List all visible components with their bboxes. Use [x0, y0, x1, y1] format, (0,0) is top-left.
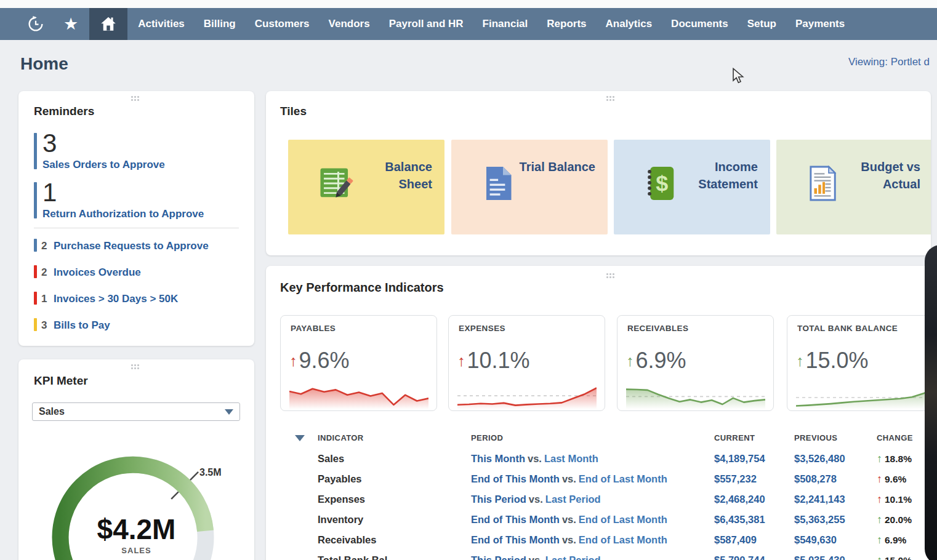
reminders-title: Reminders — [34, 105, 94, 118]
indicator-cell: Sales — [318, 453, 344, 465]
filter-caret-icon[interactable] — [295, 435, 305, 441]
up-arrow-icon: ↑ — [796, 352, 804, 370]
period-link[interactable]: Last Period — [545, 554, 601, 560]
current-value[interactable]: $587,409 — [714, 534, 757, 546]
kpi-card-total-bank-balance[interactable]: TOTAL BANK BALANCE ↑15.0% — [787, 315, 931, 411]
period-link[interactable]: Last Month — [544, 453, 598, 464]
period-cell: End of This Monthvs.End of Last Month — [471, 534, 670, 546]
previous-value[interactable]: $508,278 — [794, 473, 837, 485]
drag-handle-icon[interactable] — [131, 364, 140, 370]
gauge-value: $4.2M — [18, 513, 254, 546]
period-cell: End of This Monthvs.End of Last Month — [471, 473, 670, 485]
col-header-indicator[interactable]: INDICATOR — [318, 433, 364, 442]
kpi-card-receivables[interactable]: RECEIVABLES ↑6.9% — [617, 315, 774, 411]
current-value[interactable]: $6,435,381 — [714, 514, 765, 526]
indicator-cell: Receivables — [318, 534, 376, 546]
drag-handle-icon[interactable] — [606, 96, 616, 102]
col-header-previous[interactable]: PREVIOUS — [794, 433, 837, 442]
drag-handle-icon[interactable] — [606, 273, 616, 279]
reminder-link[interactable]: Return Authorization to Approve — [42, 208, 204, 220]
nav-setup[interactable]: Setup — [747, 18, 776, 30]
reminder-count[interactable]: 3 — [42, 130, 57, 156]
chevron-down-icon — [225, 409, 233, 415]
nav-billing[interactable]: Billing — [204, 18, 236, 30]
favorites-star-icon[interactable]: ★ — [63, 8, 78, 40]
nav-payroll-hr[interactable]: Payroll and HR — [389, 18, 464, 30]
tile-trial-balance[interactable]: Trial Balance — [451, 140, 608, 234]
reminder-link[interactable]: Purchase Requests to Approve — [54, 240, 209, 252]
up-arrow-icon: ↑ — [877, 473, 882, 485]
main-nav: ★ Activities Billing Customers Vendors P… — [0, 8, 937, 40]
period-link[interactable]: This Period — [471, 554, 526, 560]
home-icon[interactable] — [89, 8, 127, 40]
col-header-period[interactable]: PERIOD — [471, 433, 503, 442]
kpi-meter-panel: KPI Meter Sales 3.5M $4.2M SALES — [18, 359, 254, 560]
reminder-color-bar — [34, 133, 37, 169]
gauge-value-label: SALES — [18, 546, 254, 555]
period-vs: vs. — [562, 514, 576, 525]
reminder-color-bar — [34, 182, 37, 218]
period-link[interactable]: End of This Month — [471, 534, 560, 545]
up-arrow-icon: ↑ — [289, 352, 297, 370]
drag-handle-icon[interactable] — [131, 96, 140, 102]
viewing-portlet-link[interactable]: Viewing: Portlet d — [848, 56, 930, 68]
col-header-change[interactable]: CHANGE — [877, 433, 913, 442]
previous-value[interactable]: $5,035,430 — [794, 554, 845, 560]
reminder-link[interactable]: Invoices > 30 Days > 50K — [54, 293, 178, 305]
col-header-current[interactable]: CURRENT — [714, 433, 755, 442]
tile-income-statement[interactable]: $ Income Statement — [614, 140, 770, 234]
kpi-card-payables[interactable]: PAYABLES ↑9.6% — [280, 315, 437, 411]
reminder-link[interactable]: Sales Orders to Approve — [42, 159, 165, 171]
page-title: Home — [20, 54, 68, 74]
recent-records-icon[interactable] — [26, 8, 46, 40]
reminder-count[interactable]: 1 — [42, 180, 57, 206]
reminder-link[interactable]: Bills to Pay — [54, 319, 110, 332]
period-link[interactable]: This Period — [471, 494, 526, 505]
kpi-card-value: 9.6% — [299, 348, 350, 374]
previous-value[interactable]: $549,630 — [794, 534, 837, 546]
period-vs: vs. — [528, 453, 542, 464]
previous-value[interactable]: $3,526,480 — [794, 453, 845, 465]
reminder-link[interactable]: Invoices Overdue — [54, 266, 141, 279]
nav-activities[interactable]: Activities — [138, 18, 185, 30]
period-link[interactable]: End of Last Month — [579, 473, 667, 484]
change-cell: ↑10.1% — [877, 493, 912, 506]
period-link[interactable]: Last Period — [545, 494, 601, 505]
period-vs: vs. — [562, 534, 576, 545]
current-value[interactable]: $4,189,754 — [714, 453, 765, 465]
nav-items: Activities Billing Customers Vendors Pay… — [138, 18, 845, 30]
sparkline-chart — [796, 377, 931, 410]
kpi-meter-select[interactable]: Sales — [32, 402, 240, 421]
kpi-card-expenses[interactable]: EXPENSES ↑10.1% — [448, 315, 605, 411]
nav-customers[interactable]: Customers — [255, 18, 310, 30]
sparkline-chart — [457, 377, 597, 410]
period-link[interactable]: End of This Month — [471, 514, 560, 525]
nav-analytics[interactable]: Analytics — [606, 18, 653, 30]
nav-documents[interactable]: Documents — [671, 18, 728, 30]
nav-vendors[interactable]: Vendors — [329, 18, 370, 30]
period-cell: This Periodvs.Last Period — [471, 494, 603, 505]
kpi-card-label: TOTAL BANK BALANCE — [797, 324, 898, 333]
previous-value[interactable]: $5,363,255 — [794, 514, 845, 526]
sparkline-chart — [626, 377, 765, 410]
kpi-card-value: 6.9% — [636, 348, 686, 374]
kpi-panel: Key Performance Indicators PAYABLES ↑9.6… — [266, 266, 931, 560]
nav-financial[interactable]: Financial — [483, 18, 528, 30]
nav-reports[interactable]: Reports — [547, 18, 586, 30]
change-value: 20.0% — [885, 514, 912, 525]
current-value[interactable]: $5,790,744 — [714, 554, 765, 560]
change-value: 10.1% — [885, 494, 912, 505]
selected-option: Sales — [39, 406, 65, 417]
reminder-color-bar — [34, 239, 37, 252]
indicator-cell: Payables — [318, 473, 362, 485]
period-link[interactable]: End of Last Month — [579, 514, 667, 525]
period-link[interactable]: End of Last Month — [579, 534, 667, 545]
period-link[interactable]: This Month — [471, 453, 525, 464]
period-link[interactable]: End of This Month — [471, 473, 560, 484]
previous-value[interactable]: $2,241,143 — [794, 494, 845, 505]
nav-payments[interactable]: Payments — [795, 18, 845, 30]
tile-budget-vs-actual[interactable]: Budget vs Actual — [776, 140, 931, 234]
tile-balance-sheet[interactable]: Balance Sheet — [288, 140, 444, 234]
current-value[interactable]: $557,232 — [714, 473, 757, 485]
current-value[interactable]: $2,468,240 — [714, 494, 765, 505]
